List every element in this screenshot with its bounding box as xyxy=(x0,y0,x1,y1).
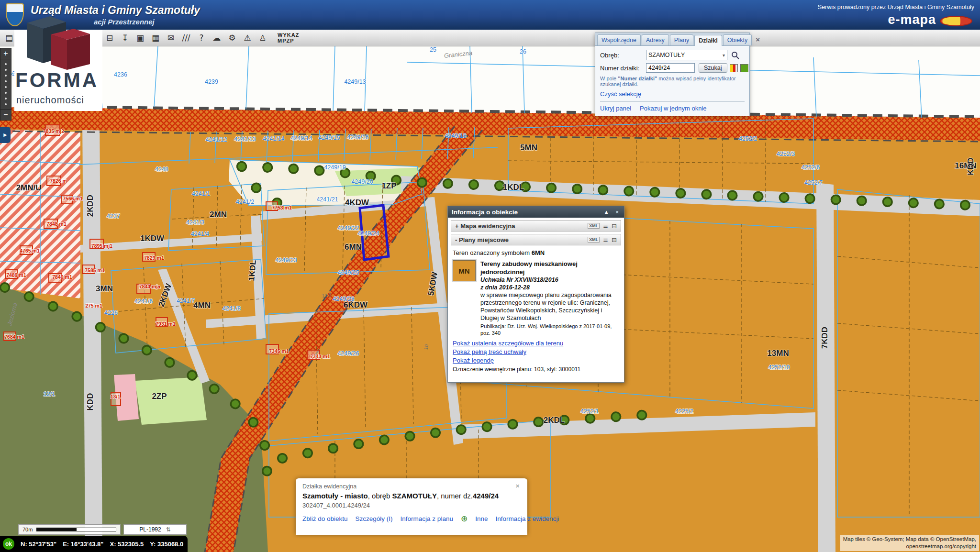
side-panel-toggle[interactable]: ► xyxy=(0,127,11,143)
zoom-tick xyxy=(5,80,7,82)
map-label: 7826 m xyxy=(50,178,67,184)
object-info-header[interactable]: Informacja o obiekcie ▲ × xyxy=(448,206,624,218)
map-label: 4241/7 xyxy=(177,298,195,304)
search-icon[interactable] xyxy=(731,51,739,59)
parcel-popup-link[interactable]: Inne xyxy=(475,515,488,522)
download-icon[interactable]: ↧ xyxy=(118,31,132,44)
parcel-number-input[interactable] xyxy=(646,63,695,73)
map-label: 2KDL xyxy=(544,416,565,425)
map-label: 6MN xyxy=(345,243,362,252)
info-popup-link[interactable]: Pokaż pełną treść uchwały xyxy=(453,348,619,355)
map-label: 1KDL xyxy=(247,260,258,282)
info-popup-link[interactable]: Pokaż legendę xyxy=(453,357,619,364)
map-label: 4249/23 xyxy=(275,257,297,264)
print-icon[interactable]: ⊟ xyxy=(612,222,617,230)
object-info-title: Informacja o obiekcie xyxy=(452,209,518,216)
wykaz-mpzp-button[interactable]: WYKAZ MPZP xyxy=(275,32,302,44)
xml-icon[interactable]: XML xyxy=(588,237,600,243)
streetview-icon[interactable]: ♙ xyxy=(256,31,270,44)
section-label: Plany miejscowe xyxy=(459,236,509,243)
zone-title: Tereny zabudowy mieszkaniowej jednorodzi… xyxy=(480,260,619,276)
zoom-out-button[interactable]: − xyxy=(0,109,11,121)
locate-icon[interactable]: ⊕ xyxy=(461,514,468,523)
resolution-date: z dnia 2016-12-28 xyxy=(480,284,619,291)
search-button[interactable]: Szukaj xyxy=(699,63,727,73)
search-panel-body: Obręb: SZAMOTUŁY ▾ Numer działki: Szukaj… xyxy=(595,46,749,116)
map-label: 4225/2 xyxy=(675,408,693,415)
map-label: 2MN/U xyxy=(16,183,42,192)
tab-działki[interactable]: Działki xyxy=(694,35,722,46)
zoom-slider[interactable] xyxy=(0,59,11,109)
zoom-control: + − xyxy=(0,48,12,121)
map-label: 2MN xyxy=(210,210,227,219)
close-icon[interactable]: × xyxy=(512,481,523,490)
print-icon[interactable]: ⊟ xyxy=(612,236,617,243)
wykaz-line1: WYKAZ xyxy=(278,32,299,38)
stepper-icon[interactable]: ⇅ xyxy=(166,526,171,533)
map-label: 7345 m1 xyxy=(269,348,289,354)
parcel-popup-link[interactable]: Zbliż do obiektu xyxy=(302,515,348,522)
tab-współrzędne[interactable]: Współrzędne xyxy=(597,34,641,45)
map-label: 4252/3 xyxy=(777,151,795,157)
geo-system-logo xyxy=(940,16,972,26)
zone-symbol: 6MN xyxy=(532,249,545,256)
parcel-popup-link[interactable]: Szczegóły (I) xyxy=(356,515,393,522)
highlight-color-swatch[interactable] xyxy=(740,64,748,72)
scale-label: 70m xyxy=(22,527,33,532)
warning-icon[interactable]: ⚠ xyxy=(240,31,255,44)
attribution-link[interactable]: openstreetmap.org/copyright xyxy=(843,543,976,550)
map-label: 4241/12 xyxy=(205,136,227,143)
app-header: Urząd Miasta i Gminy Szamotuły acji Prze… xyxy=(0,0,980,30)
plan-description: w sprawie miejscowego planu zagospodarow… xyxy=(480,291,619,322)
obreb-select[interactable]: SZAMOTUŁY ▾ xyxy=(646,50,727,60)
tab-adresy[interactable]: Adresy xyxy=(642,34,669,45)
map-label: 4241/3 xyxy=(186,219,204,226)
attribution-line1: Map tiles © Geo-System; Map data © OpenS… xyxy=(843,536,976,543)
tab-obiekty[interactable]: Obiekty xyxy=(723,34,752,45)
coord-x: X: 532305.5 xyxy=(110,541,144,548)
parcel-popup-actions: Zbliż do obiektuSzczegóły (I)Informacja … xyxy=(302,514,521,523)
hide-panel-link[interactable]: Ukryj panel xyxy=(600,105,631,112)
xml-icon[interactable]: XML xyxy=(588,223,600,229)
clear-selection-link[interactable]: Czyść selekcję xyxy=(600,90,641,98)
comment-icon[interactable]: ✉ xyxy=(164,31,178,44)
parcel-popup-link[interactable]: Informacja z ewidencji xyxy=(495,515,559,522)
forma-wordmark: FORMA xyxy=(15,69,99,92)
panel-close-icon[interactable]: × xyxy=(753,35,763,44)
info-popup-link[interactable]: Pokaż ustalenia szczegółowe dla terenu xyxy=(453,340,619,347)
map-label: 4249/18 xyxy=(445,132,466,139)
site-subtitle: acji Przestrzennej xyxy=(94,18,155,26)
map-label: 2KDD xyxy=(86,195,95,217)
section-mapa-ewidencyjna[interactable]: + Mapa ewidencyjna XML ≡ ⊟ xyxy=(451,220,621,232)
status-ok-badge: ok xyxy=(3,538,14,550)
close-icon[interactable]: × xyxy=(614,209,620,215)
forma-blocks-logo xyxy=(20,11,97,76)
parcel-popup-link[interactable]: Informacja z planu xyxy=(401,515,453,522)
resolution-number: Uchwała Nr XXVIII/318/2016 xyxy=(480,276,619,284)
zoom-in-button[interactable]: + xyxy=(0,48,11,59)
map-label: 4241/4 xyxy=(191,231,209,237)
cloud-upload-icon[interactable]: ☁ xyxy=(210,31,224,44)
grid-icon[interactable]: ▦ xyxy=(148,31,163,44)
zoom-tick xyxy=(5,86,7,88)
crs-selector[interactable]: PL-1992 ⇅ xyxy=(123,524,187,535)
map-label: 7848 m1 xyxy=(46,221,67,227)
print-icon[interactable]: ⊟ xyxy=(102,31,117,44)
map-label: 4241/8 xyxy=(223,305,241,312)
list-icon[interactable]: ≡ xyxy=(603,222,608,230)
map-label: 4249/19 xyxy=(324,164,345,171)
selection-color-swatch[interactable] xyxy=(730,64,738,72)
collapse-icon[interactable]: ▲ xyxy=(602,209,611,215)
copy-icon[interactable]: ▣ xyxy=(133,31,147,44)
emapa-logo: e-mapa xyxy=(888,12,936,27)
single-window-link[interactable]: Pokazuj w jednym oknie xyxy=(640,105,706,112)
measure-icon[interactable]: /// xyxy=(179,31,193,44)
settings-icon[interactable]: ⚙ xyxy=(225,31,239,44)
help-icon[interactable]: ? xyxy=(194,31,209,44)
tab-plany[interactable]: Plany xyxy=(670,34,693,45)
map-label: 7895 mj1 xyxy=(91,243,113,249)
section-plany-miejscowe[interactable]: - Plany miejscowe XML ≡ ⊟ xyxy=(451,234,621,245)
plan-info-content: Teren oznaczony symbolem 6MN MN Tereny z… xyxy=(448,245,624,376)
map-label: 1KDL xyxy=(503,183,524,192)
list-icon[interactable]: ≡ xyxy=(603,236,608,243)
